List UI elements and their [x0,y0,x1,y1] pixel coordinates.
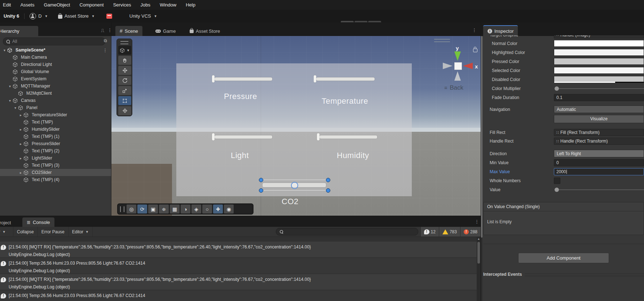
menu-item-gameobject[interactable]: GameObject [44,2,70,8]
collapse-button[interactable]: Collapse [13,227,38,237]
console-scrollbar[interactable]: ▲ [477,237,481,301]
color-swatch[interactable] [554,76,644,83]
humidity-slider[interactable] [319,135,377,139]
menu-item-assets[interactable]: Assets [20,2,34,8]
hierarchy-item-pressureslider[interactable]: ▸PressureSlider [0,140,111,147]
palette-drag-handle[interactable] [120,41,128,44]
grid-off-icon[interactable]: ▦ [170,205,180,214]
menu-item-window[interactable]: Window [160,2,176,8]
menu-item-services[interactable]: Services [113,2,131,8]
pressure-slider-handle[interactable] [212,75,215,82]
visualize-button[interactable]: Visualize [554,115,644,123]
asset-store-menu[interactable]: Asset Store▼ [58,13,95,19]
tab-asset-store[interactable]: Asset Store [185,26,224,36]
overlay-drag-handle[interactable] [120,206,124,212]
expand-arrow-icon[interactable]: ▾ [13,106,18,110]
target-graphic-field[interactable]: ∷Handle (Image) [554,35,644,39]
min-value-field[interactable]: 0 [554,159,644,166]
tab-scene[interactable]: # Scene [115,26,142,36]
humidity-slider-handle[interactable] [317,133,319,140]
hierarchy-item-temperatureslider[interactable]: ▸TemperatureSlider [0,111,111,118]
temperature-slider[interactable] [316,77,375,81]
search-window-icon[interactable]: ⧉ [104,38,107,43]
rect-tool[interactable] [118,96,131,105]
hierarchy-item-global-volume[interactable]: Global Volume [0,68,111,75]
color-swatch[interactable] [554,58,644,65]
whole-numbers-checkbox[interactable] [554,178,560,184]
value-slider[interactable] [554,187,644,193]
overlay-collapsed-handle[interactable] [434,39,450,42]
hierarchy-item-humidityslider[interactable]: ▸HumiditySlider [0,126,111,133]
light-slider[interactable] [215,135,272,139]
warning-badge[interactable]: 783 [439,227,460,237]
expand-arrow-icon[interactable]: ▾ [8,84,12,88]
scale-tool[interactable] [118,86,131,95]
lock-icon[interactable]: ⎍ [101,28,104,33]
hierarchy-item-directional-light[interactable]: Directional Light [0,61,111,68]
hierarchy-item-text-tmp-3[interactable]: Text (TMP) (3) [0,162,111,169]
rect-handle-tl[interactable] [259,178,263,182]
error-pause-button[interactable]: Error Pause [38,227,69,237]
co2-slider-pivot[interactable] [291,182,298,189]
kebab-menu-icon[interactable]: ⋮ [103,48,107,53]
rotate-tool[interactable] [118,76,131,85]
hierarchy-item-samplescene[interactable]: ▾SampleScene*⋮ [0,46,111,54]
splitter-hierarchy-scene[interactable] [111,22,111,216]
inspector-scrollbar[interactable] [481,36,482,301]
kebab-menu-icon[interactable]: ⋮ [472,27,477,33]
console-log-entry[interactable]: ![21:54:00] [MQTT RX] {"temperature":26.… [0,274,477,290]
menu-item-component[interactable]: Component [79,2,103,8]
navigation-dropdown[interactable]: Automatic [554,105,644,113]
light-slider-handle[interactable] [212,133,215,140]
editor-dropdown[interactable]: Editor▼ [69,227,93,237]
error-badge[interactable]: ! 288 [460,227,481,237]
rotate-view-icon[interactable]: ⟳ [137,205,147,214]
rect-handle-tr[interactable] [326,178,330,182]
fade-duration-field[interactable]: 0.1 [554,94,644,101]
menu-item-edit[interactable]: Edit [3,2,11,8]
screenshot-icon[interactable]: ▣ [148,205,158,214]
hand-tool[interactable] [118,56,131,65]
search-scene-icon[interactable]: ○ [202,205,212,214]
hierarchy-item-mqttmanager[interactable]: ▾MQTTManager [0,82,111,90]
expand-arrow-icon[interactable]: ▸ [18,142,23,146]
console-log-entry[interactable]: ![21:54:00] [MQTT RX] {"temperature":26.… [0,242,477,258]
menu-item-jobs[interactable]: Jobs [140,2,150,8]
direction-dropdown[interactable]: Left To Right [554,150,644,157]
gizmos-icon[interactable]: ◈ [191,205,201,214]
tab-console[interactable]: ≣ Console [22,217,54,227]
hierarchy-item-eventsystem[interactable]: EventSystem [0,75,111,82]
color-swatch[interactable] [554,67,644,74]
gizmo-y-axis[interactable] [454,51,461,61]
expand-arrow-icon[interactable]: ▸ [18,127,23,131]
kebab-menu-icon[interactable]: ⋮ [475,219,479,224]
console-log-entry[interactable]: ![21:54:00] Temp:26.56 Humi:23.03 Press:… [0,258,477,274]
handle-rect-field[interactable]: ∷Handle (Rect Transform) [554,138,644,145]
pressure-slider[interactable] [215,77,272,81]
gizmo-center[interactable] [454,62,462,70]
gizmo-bottom-axis[interactable] [454,71,461,81]
tab-game[interactable]: Game [151,26,180,36]
hierarchy-item-text-tmp-4[interactable]: Text (TMP) (4) [0,176,111,183]
expand-arrow-icon[interactable]: ▸ [18,156,23,160]
hierarchy-item-panel[interactable]: ▾Panel [0,104,111,111]
vcs-incoming-icon[interactable] [106,14,112,19]
lock-icon[interactable] [473,49,477,52]
console-log-entry[interactable]: ![21:54:00] Temp:26.56 Humi:23.03 Press:… [0,290,477,301]
co2-slider-selection[interactable] [261,180,328,190]
fill-rect-field[interactable]: ∷Fill (Rect Transform) [554,129,644,136]
intercepted-events-section[interactable]: Intercepted Events [483,272,644,277]
max-value-field[interactable]: 2000 [554,168,644,175]
expand-arrow-icon[interactable]: ▾ [2,48,7,52]
menu-item-help[interactable]: Help [186,2,195,8]
console-search-input[interactable] [276,228,418,235]
tab-hierarchy[interactable]: Hierarchy [0,26,38,36]
gizmo-back-button[interactable]: ≡ Back [444,84,463,91]
move-view-icon[interactable]: ✚ [213,205,223,214]
hierarchy-item-m2mqttclient[interactable]: M2MqttClient [0,90,111,97]
color-swatch[interactable] [554,49,644,56]
tab-project[interactable]: Project [0,217,15,228]
info-badge[interactable]: ! 12 [420,227,439,237]
hierarchy-item-text-tmp-2[interactable]: Text (TMP) (2) [0,147,111,154]
account-menu[interactable]: D▼ [30,13,48,19]
